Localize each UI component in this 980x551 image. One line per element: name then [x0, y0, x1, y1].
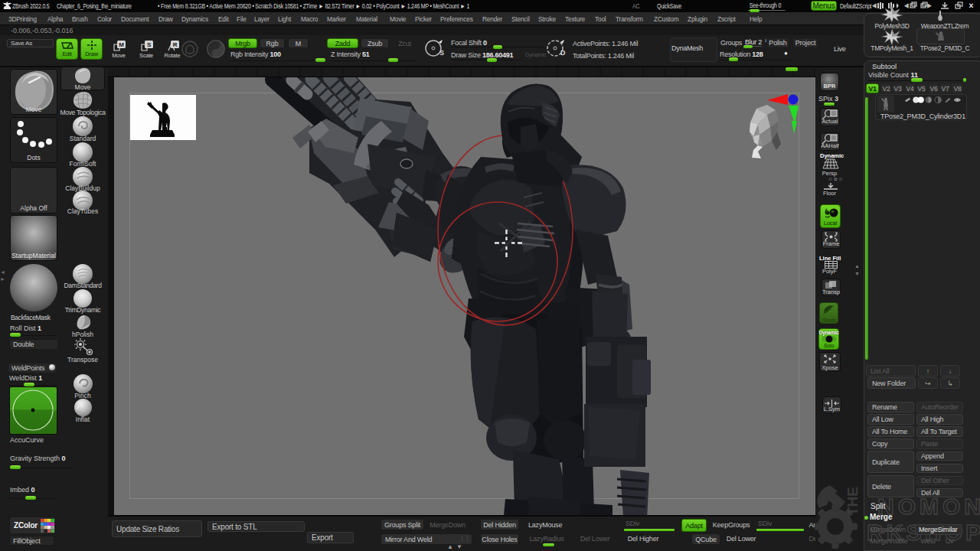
- svg-text:THE: THE: [844, 487, 861, 516]
- svg-text:S: S: [439, 49, 444, 57]
- svg-text:M: M: [119, 41, 124, 48]
- svg-text:D: D: [560, 49, 566, 57]
- svg-text:R: R: [172, 41, 177, 48]
- svg-text:S: S: [146, 41, 151, 48]
